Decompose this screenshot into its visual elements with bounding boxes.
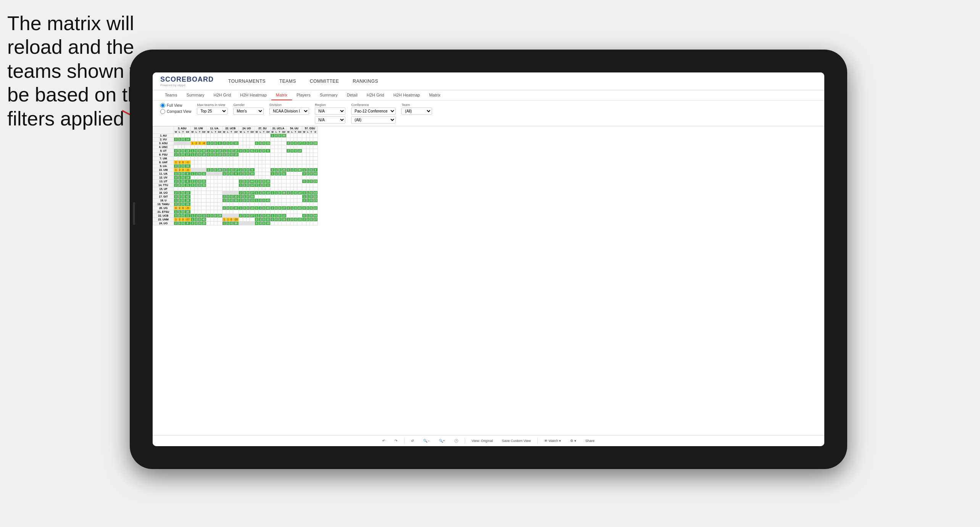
- sub-w3: W: [206, 130, 211, 134]
- subnav-summary2[interactable]: Summary: [315, 90, 342, 100]
- matrix-cell: [206, 134, 211, 138]
- matrix-cell: [278, 202, 281, 206]
- gender-label: Gender: [233, 103, 264, 107]
- region-select2[interactable]: N/A: [315, 116, 345, 124]
- table-row: 13. UT210821022200442002601023: [153, 180, 318, 183]
- matrix-cell: [214, 176, 217, 180]
- matrix-cell: 0: [174, 138, 178, 141]
- separator1: [404, 438, 405, 444]
- matrix-cell: 15: [233, 149, 239, 153]
- matrix-cell: 0: [309, 180, 313, 183]
- share-btn[interactable]: Share: [583, 438, 597, 444]
- matrix-cell: [294, 202, 297, 206]
- matrix-cell: [201, 157, 206, 161]
- matrix-cell: [185, 134, 190, 138]
- watch-btn[interactable]: 👁 Watch ▾: [542, 438, 564, 444]
- conference-select2[interactable]: (All): [351, 116, 396, 124]
- subnav-h2h-heatmap2[interactable]: H2H Heatmap: [389, 90, 425, 100]
- subnav-summary[interactable]: Summary: [182, 90, 209, 100]
- matrix-cell: [274, 145, 278, 149]
- matrix-cell: 6: [185, 172, 190, 176]
- nav-rankings[interactable]: RANKINGS: [350, 77, 381, 85]
- matrix-cell: 0: [259, 141, 262, 145]
- matrix-cell: [198, 138, 201, 141]
- subnav-matrix2[interactable]: Matrix: [424, 90, 445, 100]
- compact-view-radio[interactable]: [160, 109, 165, 114]
- matrix-cell: [266, 134, 271, 138]
- matrix-cell: 0: [302, 180, 306, 183]
- conference-select[interactable]: Pac-12 Conference (All): [351, 108, 396, 115]
- zoom-out-btn[interactable]: 🔍−: [421, 438, 432, 444]
- refresh-btn[interactable]: ↺: [408, 438, 417, 444]
- redo-btn[interactable]: ↷: [392, 438, 400, 444]
- matrix-cell: [286, 214, 290, 218]
- col-osu: 57. OSU: [302, 127, 318, 130]
- save-custom-btn[interactable]: Save Custom View: [499, 438, 534, 444]
- matrix-cell: [255, 138, 259, 141]
- matrix-cell: 0: [246, 206, 250, 210]
- matrix-cell: 0: [286, 168, 290, 172]
- clock-btn[interactable]: 🕐: [451, 438, 461, 444]
- matrix-cell: [243, 164, 246, 168]
- subnav-h2h-heatmap[interactable]: H2H Heatmap: [235, 90, 271, 100]
- subnav-h2h-grid[interactable]: H2H Grid: [209, 90, 235, 100]
- matrix-cell: [262, 168, 266, 172]
- matrix-cell: 1: [190, 214, 195, 218]
- matrix-cell: [286, 138, 290, 141]
- nav-tournaments[interactable]: TOURNAMENTS: [225, 77, 269, 85]
- matrix-cell: 1: [174, 168, 178, 172]
- subnav-players[interactable]: Players: [292, 90, 315, 100]
- matrix-cell: [230, 161, 233, 164]
- row-label: 15. UF: [153, 187, 174, 191]
- matrix-cell: 17: [233, 168, 239, 172]
- team-select[interactable]: (All): [401, 108, 432, 115]
- matrix-cell: [206, 161, 211, 164]
- matrix-cell: [201, 195, 206, 199]
- matrix-cell: [286, 164, 290, 168]
- matrix-cell: [243, 138, 246, 141]
- zoom-in-btn[interactable]: 🔍+: [436, 438, 448, 444]
- matrix-cell: [290, 187, 294, 191]
- options-btn[interactable]: ⚙ ▾: [567, 438, 579, 444]
- matrix-cell: 0: [222, 168, 226, 172]
- region-select[interactable]: N/A: [315, 108, 345, 115]
- matrix-cell: [309, 161, 313, 164]
- table-row: 5. UT0001910043100151101501041210620013: [153, 149, 318, 153]
- matrix-cell: 1: [259, 191, 262, 195]
- full-view-radio[interactable]: [160, 103, 165, 108]
- matrix-cell: [271, 157, 275, 161]
- matrix-cell: 0: [278, 191, 281, 195]
- matrix-cell: 0: [181, 206, 185, 210]
- subnav-detail[interactable]: Detail: [342, 90, 362, 100]
- matrix-cell: [206, 199, 211, 202]
- undo-btn[interactable]: ↶: [380, 438, 388, 444]
- nav-committee[interactable]: COMMITTEE: [307, 77, 342, 85]
- matrix-cell: 0: [239, 195, 243, 199]
- matrix-cell: [226, 145, 230, 149]
- matrix-scroll[interactable]: 3. ASU 10. UW 11. UA 22. UCB 24. UO 27. …: [153, 126, 824, 435]
- sub-d2: Dif: [201, 130, 206, 134]
- matrix-cell: 0: [278, 206, 281, 210]
- matrix-cell: [297, 180, 302, 183]
- view-original-btn[interactable]: View: Original: [469, 438, 495, 444]
- matrix-cell: [226, 138, 230, 141]
- division-select[interactable]: NCAA Division I NCAA Division II: [269, 108, 309, 115]
- table-row: 15. UF: [153, 187, 318, 191]
- sub-d9: D: [313, 130, 318, 134]
- subnav-matrix[interactable]: Matrix: [271, 90, 292, 100]
- nav-teams[interactable]: TEAMS: [276, 77, 299, 85]
- gender-select[interactable]: Men's Women's: [233, 108, 264, 115]
- max-teams-select[interactable]: Top 25 Top 50 All: [197, 108, 227, 115]
- separator3: [537, 438, 538, 444]
- matrix-cell: 0: [294, 206, 297, 210]
- subnav-h2h-grid2[interactable]: H2H Grid: [362, 90, 389, 100]
- matrix-cell: [201, 191, 206, 195]
- matrix-cell: [259, 164, 262, 168]
- matrix-cell: [302, 187, 306, 191]
- matrix-cell: 0: [302, 214, 306, 218]
- matrix-cell: 0: [181, 199, 185, 202]
- matrix-cell: 16: [281, 218, 286, 222]
- subnav-teams[interactable]: Teams: [160, 90, 182, 100]
- matrix-cell: 0: [195, 183, 198, 187]
- matrix-cell: [274, 199, 278, 202]
